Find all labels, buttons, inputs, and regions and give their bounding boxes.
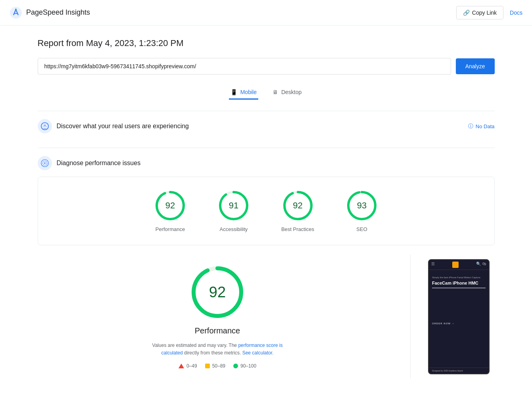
header-actions: 🔗 Copy Link Docs — [456, 6, 522, 19]
phone-menu-icon: ☰ — [431, 262, 435, 268]
app-header: PageSpeed Insights 🔗 Copy Link Docs — [0, 0, 532, 25]
legend-low-label: 0–49 — [186, 363, 197, 369]
vertical-divider — [410, 255, 411, 378]
report-title: Report from May 4, 2023, 1:23:20 PM — [38, 38, 495, 48]
device-tabs: 📱 Mobile 🖥 Desktop — [38, 86, 495, 100]
phone-footer: Designed by 2020 Academy Award — [429, 368, 489, 373]
phone-screenshot: ☰ 🔍 🛍 Simply the best iPhone Facial Moti… — [428, 259, 490, 374]
seo-score-label: SEO — [356, 226, 367, 232]
performance-big-score: 92 — [209, 284, 226, 301]
performance-detail-right: ☰ 🔍 🛍 Simply the best iPhone Facial Moti… — [423, 255, 495, 378]
discover-section-header: Discover what your real users are experi… — [38, 119, 495, 133]
phone-nav-items: ☰ — [431, 262, 435, 268]
diagnose-section-left: Diagnose performance issues — [38, 156, 141, 170]
legend-high-label: 90–100 — [240, 363, 256, 369]
accessibility-score-circle: 91 — [218, 190, 250, 221]
legend-triangle-icon — [179, 364, 184, 368]
copy-link-label: Copy Link — [472, 10, 497, 16]
url-bar: Analyze — [38, 58, 495, 75]
phone-search-icon: 🔍 — [476, 262, 481, 268]
docs-link[interactable]: Docs — [510, 10, 522, 16]
phone-nav-right: 🔍 🛍 — [476, 262, 486, 268]
legend-circle-icon — [233, 364, 238, 368]
discover-section: Discover what your real users are experi… — [38, 111, 495, 148]
desktop-icon: 🖥 — [273, 89, 278, 95]
score-cards: 92 Performance 91 Accessibility — [38, 177, 495, 245]
score-card-best-practices[interactable]: 92 Best Practices — [281, 190, 314, 232]
desktop-tab-label: Desktop — [281, 89, 302, 95]
discover-section-left: Discover what your real users are experi… — [38, 119, 189, 133]
best-practices-score-label: Best Practices — [281, 226, 314, 232]
performance-detail: 92 Performance Values are estimated and … — [38, 255, 495, 378]
performance-legend: 0–49 50–89 90–100 — [179, 363, 256, 369]
diagnose-section: Diagnose performance issues 92 Performan… — [38, 148, 495, 386]
diagnose-section-title: Diagnose performance issues — [57, 160, 141, 167]
performance-detail-title: Performance — [195, 326, 240, 335]
perf-desc-mid: directly from these metrics. — [184, 350, 241, 356]
diagnose-section-icon — [38, 156, 52, 170]
phone-nav: ☰ 🔍 🛍 — [429, 260, 489, 270]
discover-section-title: Discover what your real users are experi… — [57, 123, 189, 130]
phone-logo — [452, 262, 459, 268]
link-icon: 🔗 — [463, 10, 470, 16]
tab-desktop[interactable]: 🖥 Desktop — [271, 86, 303, 100]
legend-square-icon — [205, 364, 210, 368]
url-input[interactable] — [38, 58, 451, 75]
app-title: PageSpeed Insights — [26, 8, 90, 17]
performance-score-value: 92 — [165, 200, 175, 211]
performance-big-circle: 92 — [190, 264, 245, 320]
performance-score-label: Performance — [156, 226, 185, 232]
svg-point-1 — [15, 9, 17, 10]
score-card-seo[interactable]: 93 SEO — [346, 190, 378, 232]
seo-score-circle: 93 — [346, 190, 378, 221]
main-content: Report from May 4, 2023, 1:23:20 PM Anal… — [28, 25, 504, 399]
best-practices-score-value: 92 — [293, 200, 302, 211]
svg-point-5 — [46, 126, 47, 127]
discover-section-icon — [38, 119, 52, 133]
performance-score-circle: 92 — [154, 190, 186, 221]
perf-desc-static: Values are estimated and may vary. The — [152, 343, 237, 348]
diagnose-section-header: Diagnose performance issues — [38, 156, 495, 170]
mobile-tab-label: Mobile — [240, 89, 257, 95]
svg-point-8 — [44, 162, 46, 164]
phone-title-underline — [432, 288, 486, 288]
score-card-accessibility[interactable]: 91 Accessibility — [218, 190, 250, 232]
analyze-button[interactable]: Analyze — [456, 58, 495, 74]
legend-low: 0–49 — [179, 363, 197, 369]
legend-high: 90–100 — [233, 363, 256, 369]
no-data-label: No Data — [476, 123, 495, 129]
mobile-icon: 📱 — [230, 89, 237, 95]
header-brand: PageSpeed Insights — [10, 6, 90, 19]
phone-subtitle: Simply the best iPhone Facial Motion Cap… — [429, 276, 489, 279]
score-card-performance[interactable]: 92 Performance — [154, 190, 186, 232]
phone-cart-icon: 🛍 — [482, 262, 486, 268]
seo-score-value: 93 — [357, 200, 367, 211]
see-calculator-link[interactable]: See calculator. — [242, 350, 274, 356]
svg-point-4 — [42, 126, 44, 127]
legend-mid: 50–89 — [205, 363, 225, 369]
tab-mobile[interactable]: 📱 Mobile — [229, 86, 258, 100]
no-data-badge: ⓘ No Data — [468, 123, 495, 130]
phone-cta: ORDER NOW → — [429, 320, 489, 327]
performance-description: Values are estimated and may vary. The p… — [150, 342, 285, 357]
pagespeed-logo-icon — [10, 6, 22, 19]
legend-mid-label: 50–89 — [212, 363, 225, 369]
accessibility-score-value: 91 — [229, 200, 238, 211]
svg-point-3 — [44, 124, 46, 127]
info-icon: ⓘ — [468, 123, 473, 130]
performance-detail-left: 92 Performance Values are estimated and … — [38, 255, 398, 378]
phone-title: FaceCam iPhone HMC — [429, 279, 489, 288]
copy-link-button[interactable]: 🔗 Copy Link — [456, 6, 503, 19]
accessibility-score-label: Accessibility — [220, 226, 248, 232]
best-practices-score-circle: 92 — [282, 190, 314, 221]
